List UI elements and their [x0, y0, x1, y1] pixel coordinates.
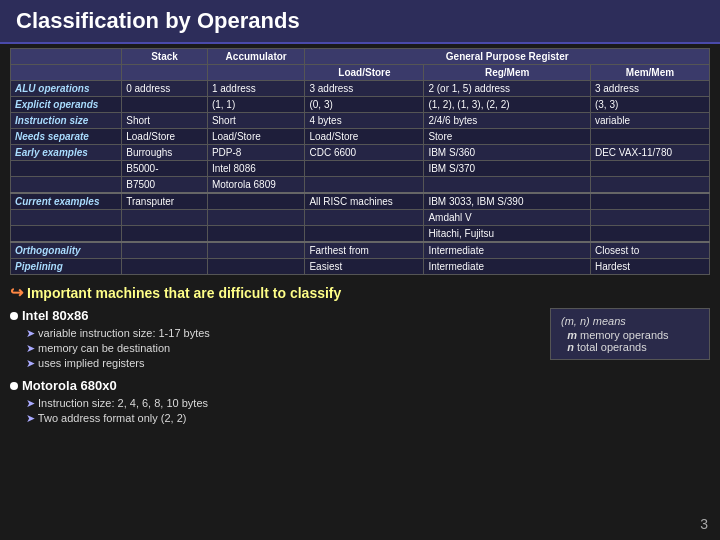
intel-bullet-2: memory can be destination — [38, 342, 170, 354]
table-body: ALU operations 0 address 1 address 3 add… — [11, 81, 710, 275]
table-row: Pipelining Easiest Intermediate Hardest — [11, 259, 710, 275]
table-row: Needs separate Load/Store Load/Store Loa… — [11, 129, 710, 145]
slide-title: Classification by Operands — [0, 0, 720, 44]
important-line: ↪ Important machines that are difficult … — [10, 283, 710, 302]
col-empty2 — [11, 65, 122, 81]
col-mm-header: Mem/Mem — [590, 65, 709, 81]
intel-sub2: memory can be destination — [10, 342, 530, 355]
classification-table-container: Stack Accumulator General Purpose Regist… — [10, 48, 710, 275]
table-row: Explicit operands (1, 1) (0, 3) (1, 2), … — [11, 97, 710, 113]
col-stack-sub — [122, 65, 208, 81]
cell-pipe-rm: Intermediate — [424, 259, 591, 275]
cell-exp-ls: (0, 3) — [305, 97, 424, 113]
cell-orth-ls: Farthest from — [305, 242, 424, 259]
cell-pipe-acc — [207, 259, 305, 275]
cell-ce-stack1: Transputer — [122, 193, 208, 210]
table-row: Amdahl V — [11, 210, 710, 226]
cell-is-mm: variable — [590, 113, 709, 129]
row-label-ce3 — [11, 226, 122, 243]
cell-alu-rm: 2 (or 1, 5) address — [424, 81, 591, 97]
cell-ee-stack1: Burroughs — [122, 145, 208, 161]
cell-ce-ls3 — [305, 226, 424, 243]
cell-ce-ls1: All RISC machines — [305, 193, 424, 210]
row-label-needs: Needs separate — [11, 129, 122, 145]
title-text: Classification by Operands — [16, 8, 300, 33]
cell-alu-acc: 1 address — [207, 81, 305, 97]
motorola-sub2: Two address format only (2, 2) — [10, 412, 530, 425]
col-acc-header: Accumulator — [207, 49, 305, 65]
cell-ce-rm1: IBM 3033, IBM S/390 — [424, 193, 591, 210]
cell-exp-acc: (1, 1) — [207, 97, 305, 113]
cell-is-rm: 2/4/6 bytes — [424, 113, 591, 129]
table-row: Current examples Transputer All RISC mac… — [11, 193, 710, 210]
motorola-title: Motorola 680x0 — [22, 378, 117, 393]
row-label-ce2 — [11, 210, 122, 226]
row-label-ortho: Orthogonality — [11, 242, 122, 259]
cell-ee-ls3 — [305, 177, 424, 194]
mn-text-1: (m, n) means — [561, 315, 626, 327]
cell-ce-ls2 — [305, 210, 424, 226]
intel-sub1: variable instruction size: 1-17 bytes — [10, 327, 530, 340]
cell-is-ls: 4 bytes — [305, 113, 424, 129]
cell-ce-rm2: Amdahl V — [424, 210, 591, 226]
mn-notation-box: (m, n) means m m memory operands memory … — [550, 308, 710, 360]
motorola-bullet-dot — [10, 382, 18, 390]
row-label-ee3 — [11, 177, 122, 194]
cell-ce-acc3 — [207, 226, 305, 243]
mn-line3: n total operands — [561, 341, 699, 353]
intel-bullet-1: variable instruction size: 1-17 bytes — [38, 327, 210, 339]
table-row: B7500 Motorola 6809 — [11, 177, 710, 194]
cell-ee-ls2 — [305, 161, 424, 177]
cell-ns-acc: Load/Store — [207, 129, 305, 145]
table-row: Orthogonality Farthest from Intermediate… — [11, 242, 710, 259]
table-row: B5000- Intel 8086 IBM S/370 — [11, 161, 710, 177]
bottom-section: ↪ Important machines that are difficult … — [10, 279, 710, 536]
table-header-row1: Stack Accumulator General Purpose Regist… — [11, 49, 710, 65]
row-label-current: Current examples — [11, 193, 122, 210]
intel-bullet-3: uses implied registers — [38, 357, 144, 369]
col-empty — [11, 49, 122, 65]
mn-line2: m m memory operands memory operands — [561, 329, 699, 341]
mn-line1: (m, n) means — [561, 315, 699, 327]
row-label-ee2 — [11, 161, 122, 177]
cell-ee-rm2: IBM S/370 — [424, 161, 591, 177]
cell-ee-ls1: CDC 6600 — [305, 145, 424, 161]
intel-bullet-dot — [10, 312, 18, 320]
cell-pipe-stack — [122, 259, 208, 275]
cell-ee-stack2: B5000- — [122, 161, 208, 177]
cell-is-acc: Short — [207, 113, 305, 129]
table-row: Instruction size Short Short 4 bytes 2/4… — [11, 113, 710, 129]
cell-ns-mm — [590, 129, 709, 145]
cell-ce-mm2 — [590, 210, 709, 226]
cell-exp-rm: (1, 2), (1, 3), (2, 2) — [424, 97, 591, 113]
motorola-bullet-2: Two address format only (2, 2) — [38, 412, 187, 424]
row-label-alu: ALU operations — [11, 81, 122, 97]
cell-ce-acc2 — [207, 210, 305, 226]
content-area: Stack Accumulator General Purpose Regist… — [0, 44, 720, 540]
intel-title-row: Intel 80x86 — [10, 308, 530, 323]
important-text: Important machines that are difficult to… — [27, 285, 341, 301]
motorola-bullet-1: Instruction size: 2, 4, 6, 8, 10 bytes — [38, 397, 208, 409]
cell-ce-mm1 — [590, 193, 709, 210]
cell-orth-rm: Intermediate — [424, 242, 591, 259]
motorola-sub1: Instruction size: 2, 4, 6, 8, 10 bytes — [10, 397, 530, 410]
cell-alu-stack: 0 address — [122, 81, 208, 97]
cell-ee-rm3 — [424, 177, 591, 194]
col-rm-header: Reg/Mem — [424, 65, 591, 81]
mn-n: n — [567, 341, 574, 353]
cell-ce-stack3 — [122, 226, 208, 243]
cell-ns-stack: Load/Store — [122, 129, 208, 145]
col-acc-sub — [207, 65, 305, 81]
row-label-explicit: Explicit operands — [11, 97, 122, 113]
cell-ce-mm3 — [590, 226, 709, 243]
cell-exp-stack — [122, 97, 208, 113]
table-row: Early examples Burroughs PDP-8 CDC 6600 … — [11, 145, 710, 161]
cell-ee-acc3: Motorola 6809 — [207, 177, 305, 194]
motorola-title-row: Motorola 680x0 — [10, 378, 530, 393]
page-number: 3 — [700, 516, 708, 532]
cell-orth-mm: Closest to — [590, 242, 709, 259]
cell-ee-stack3: B7500 — [122, 177, 208, 194]
arrow-icon: ↪ — [10, 283, 23, 302]
col-stack-header: Stack — [122, 49, 208, 65]
cell-exp-mm: (3, 3) — [590, 97, 709, 113]
